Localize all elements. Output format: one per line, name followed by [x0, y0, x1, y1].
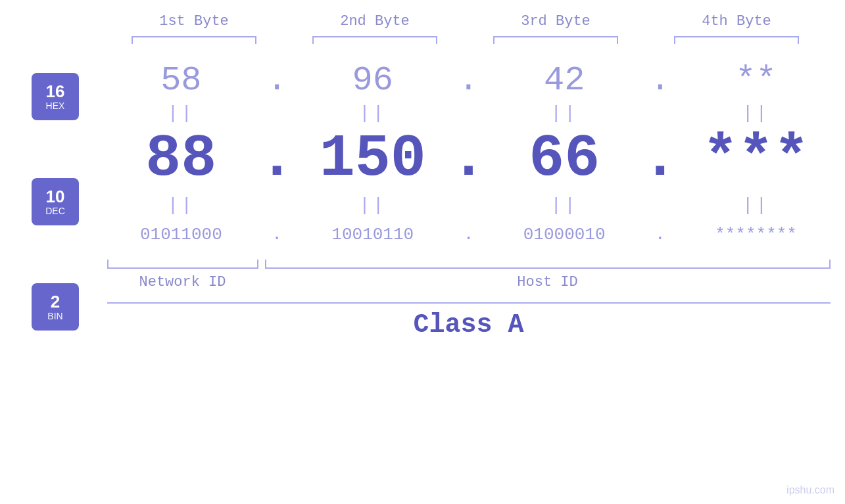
eq-2-2: ||: [307, 195, 439, 216]
hex-val-3: 42: [498, 57, 630, 103]
bin-dot-2: .: [455, 215, 481, 254]
dec-row: 88 . 150 . 66 . ***: [107, 123, 831, 195]
eq-1-3: ||: [498, 103, 630, 124]
hex-val-2: 96: [307, 57, 439, 103]
dec-badge: 10 DEC: [32, 178, 79, 225]
bin-val-2: 10010110: [307, 215, 439, 254]
bin-val-1: 01011000: [115, 215, 247, 254]
hex-badge: 16 HEX: [32, 73, 79, 120]
host-id-label: Host ID: [265, 274, 831, 290]
bin-badge-label: BIN: [47, 311, 62, 321]
eq-2-4: ||: [690, 195, 822, 216]
content-area: 16 HEX 10 DEC 2 BIN 58 . 96 . 42 . **: [0, 57, 845, 340]
dec-val-2: 150: [307, 123, 439, 195]
equals-row-2: || || || ||: [107, 195, 831, 215]
hex-dot-3: .: [647, 57, 673, 103]
dec-badge-label: DEC: [45, 206, 65, 216]
hex-val-4: **: [690, 57, 822, 103]
network-bracket: [107, 260, 258, 269]
bin-val-3: 01000010: [498, 215, 630, 254]
bin-dot-3: .: [647, 215, 673, 254]
bracket-4: [674, 36, 799, 44]
class-bracket-line: [107, 302, 831, 304]
byte-header-3: 3rd Byte: [490, 13, 621, 30]
eq-1-2: ||: [307, 103, 439, 124]
bottom-brackets: [107, 260, 831, 269]
main-container: 1st Byte 2nd Byte 3rd Byte 4th Byte 16 H…: [0, 0, 845, 504]
hex-val-1: 58: [115, 57, 247, 103]
dec-dot-3: .: [647, 123, 673, 195]
hex-badge-number: 16: [46, 82, 65, 101]
byte-header-1: 1st Byte: [128, 13, 260, 30]
class-row: Class A: [107, 310, 831, 340]
equals-row-1: || || || ||: [107, 103, 831, 123]
dec-dot-1: .: [264, 123, 290, 195]
bin-row: 01011000 . 10010110 . 01000010 . *******…: [107, 215, 831, 254]
watermark: ipshu.com: [786, 484, 834, 496]
eq-1-4: ||: [690, 103, 822, 124]
hex-dot-1: .: [264, 57, 290, 103]
bin-dot-1: .: [264, 215, 290, 254]
byte-header-2: 2nd Byte: [309, 13, 441, 30]
eq-1-1: ||: [115, 103, 247, 124]
top-brackets: [104, 36, 827, 44]
bin-badge-number: 2: [51, 292, 60, 311]
dec-val-3: 66: [498, 123, 630, 195]
id-labels-row: Network ID Host ID: [107, 274, 831, 290]
values-grid: 58 . 96 . 42 . ** || || || || 88: [92, 57, 845, 340]
bracket-2: [312, 36, 437, 44]
hex-dot-2: .: [455, 57, 481, 103]
bracket-1: [132, 36, 256, 44]
hex-row: 58 . 96 . 42 . **: [107, 57, 831, 103]
host-bracket: [265, 260, 831, 269]
eq-2-3: ||: [498, 195, 630, 216]
class-label: Class A: [413, 310, 523, 340]
dec-val-1: 88: [115, 123, 247, 195]
dec-val-4: ***: [690, 123, 822, 195]
bin-val-4: ********: [690, 215, 822, 254]
badges-column: 16 HEX 10 DEC 2 BIN: [0, 57, 92, 340]
bracket-3: [493, 36, 618, 44]
byte-headers: 1st Byte 2nd Byte 3rd Byte 4th Byte: [104, 13, 827, 30]
dec-badge-number: 10: [46, 187, 65, 206]
bin-badge: 2 BIN: [32, 283, 79, 331]
dec-dot-2: .: [455, 123, 481, 195]
network-id-label: Network ID: [107, 274, 258, 290]
hex-badge-label: HEX: [46, 101, 65, 111]
byte-header-4: 4th Byte: [671, 13, 802, 30]
eq-2-1: ||: [115, 195, 247, 216]
